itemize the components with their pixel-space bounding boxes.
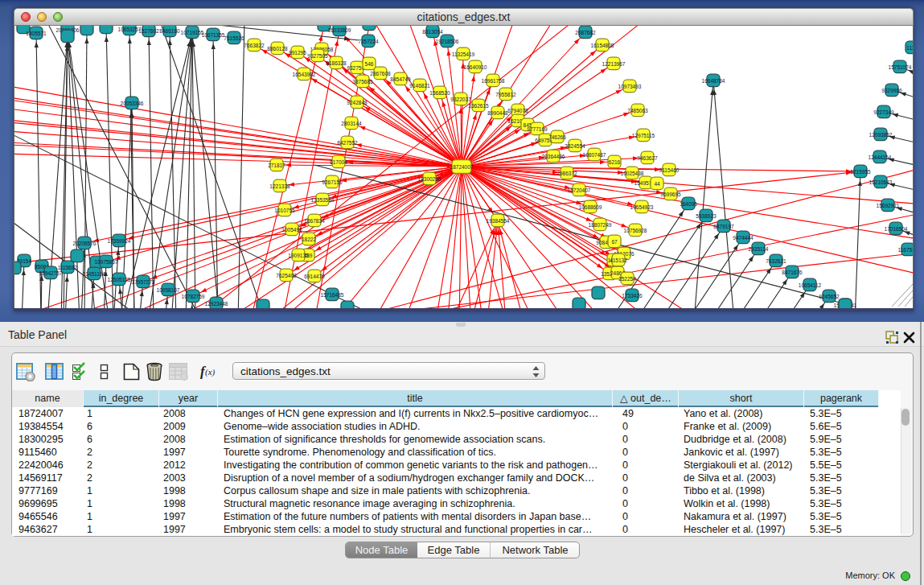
svg-text:9463627: 9463627 [637, 155, 658, 161]
svg-text:16961758: 16961758 [482, 78, 505, 84]
svg-text:15751074: 15751074 [889, 64, 912, 70]
svg-text:7625402: 7625402 [276, 273, 297, 278]
svg-text:1115682: 1115682 [58, 265, 78, 270]
svg-text:12093852: 12093852 [869, 132, 893, 138]
svg-text:8427552: 8427552 [337, 140, 358, 146]
svg-text:20053346: 20053346 [121, 101, 144, 106]
svg-text:415132: 415132 [610, 257, 627, 263]
svg-text:18724007: 18724007 [450, 164, 474, 170]
svg-text:18222: 18222 [302, 237, 316, 242]
svg-text:10025438: 10025438 [621, 171, 644, 176]
svg-text:12942757: 12942757 [39, 270, 63, 276]
svg-text:8471676: 8471676 [782, 270, 803, 275]
svg-text:2935114: 2935114 [749, 246, 769, 252]
svg-text:16154808: 16154808 [591, 43, 614, 48]
svg-text:1005498: 1005498 [281, 227, 302, 233]
svg-text:10807487: 10807487 [583, 152, 606, 158]
svg-text:12923448: 12923448 [205, 301, 228, 307]
svg-text:67: 67 [611, 239, 618, 245]
svg-text:9327505: 9327505 [307, 53, 328, 59]
svg-text:16640910: 16640910 [464, 64, 487, 70]
svg-text:17957273: 17957273 [132, 279, 155, 285]
svg-text:746266: 746266 [548, 134, 566, 140]
svg-text:1405571: 1405571 [26, 31, 47, 36]
svg-text:1221338: 1221338 [269, 183, 290, 189]
svg-text:12505135: 12505135 [108, 277, 131, 282]
svg-text:12213967: 12213967 [602, 61, 626, 67]
svg-text:2803144: 2803144 [341, 121, 362, 126]
svg-text:271817: 271817 [268, 163, 285, 168]
svg-text:7515526: 7515526 [224, 35, 244, 41]
svg-text:12975115: 12975115 [632, 133, 655, 138]
svg-text:10958107: 10958107 [157, 287, 180, 293]
svg-text:15692971: 15692971 [877, 203, 900, 208]
svg-text:6794078: 6794078 [507, 108, 528, 113]
svg-text:9777169: 9777169 [527, 126, 548, 132]
svg-text:3875685: 3875685 [352, 79, 373, 84]
svg-text:8454749: 8454749 [390, 76, 411, 82]
svg-text:19218506: 19218506 [436, 39, 459, 44]
svg-text:17359924: 17359924 [108, 238, 131, 244]
svg-text:8813054: 8813054 [422, 29, 443, 35]
svg-text:7955812: 7955812 [495, 92, 516, 97]
svg-text:7663822: 7663822 [244, 43, 265, 48]
svg-text:8860128: 8860128 [267, 46, 288, 51]
svg-text:3824554: 3824554 [565, 143, 585, 149]
svg-text:8186328: 8186328 [326, 60, 347, 66]
svg-text:16543982: 16543982 [293, 72, 316, 77]
svg-text:20206576: 20206576 [73, 241, 97, 246]
svg-text:1909135: 1909135 [288, 253, 309, 258]
svg-text:9115460: 9115460 [659, 167, 680, 173]
svg-text:891295: 891295 [289, 50, 306, 56]
svg-text:13353594: 13353594 [311, 197, 335, 203]
svg-text:1667834: 1667834 [304, 218, 325, 224]
svg-text:10654112: 10654112 [799, 282, 822, 288]
svg-text:7632621: 7632621 [766, 258, 786, 264]
svg-text:164095: 164095 [680, 201, 697, 207]
svg-text:6879197: 6879197 [713, 224, 734, 229]
svg-text:11325419: 11325419 [452, 51, 475, 57]
svg-text:2867608: 2867608 [370, 71, 391, 76]
svg-text:10688609: 10688609 [579, 204, 602, 210]
svg-text:8990448: 8990448 [487, 110, 508, 116]
svg-text:16033809: 16033809 [328, 27, 351, 33]
svg-text:18300295: 18300295 [418, 176, 441, 182]
svg-text:1527602: 1527602 [138, 28, 159, 34]
svg-text:1117: 1117 [906, 45, 914, 51]
svg-text:10719155: 10719155 [181, 30, 204, 35]
svg-text:2087682: 2087682 [575, 30, 596, 35]
svg-text:8466160: 8466160 [159, 28, 180, 34]
svg-text:6914479: 6914479 [304, 274, 325, 279]
svg-text:15720407: 15720407 [568, 187, 591, 193]
svg-text:8215955: 8215955 [850, 169, 871, 175]
svg-text:9267150: 9267150 [322, 179, 343, 185]
svg-text:20364486: 20364486 [542, 154, 565, 159]
svg-text:10756928: 10756928 [624, 228, 647, 233]
svg-text:5938923: 5938923 [696, 213, 717, 219]
svg-text:17016504: 17016504 [885, 226, 908, 232]
svg-text:9227349: 9227349 [873, 109, 894, 115]
svg-text:16782759: 16782759 [182, 294, 205, 299]
svg-text:44: 44 [654, 181, 660, 187]
svg-text:7485063: 7485063 [627, 108, 648, 113]
svg-text:9146821: 9146821 [409, 83, 430, 89]
svg-text:1010755: 1010755 [274, 208, 295, 213]
svg-text:1362615: 1362615 [468, 103, 489, 109]
svg-text:19384554: 19384554 [487, 218, 510, 224]
svg-text:617004: 617004 [330, 159, 347, 165]
svg-text:9329966: 9329966 [881, 88, 902, 93]
svg-text:15716485: 15716485 [321, 292, 344, 298]
svg-text:18807249: 18807249 [589, 222, 612, 228]
svg-text:252254: 252254 [618, 276, 636, 282]
svg-text:(x): (x) [205, 367, 216, 377]
svg-text:7986372: 7986372 [556, 171, 577, 176]
svg-text:9474444: 9474444 [733, 235, 754, 241]
svg-text:10671355: 10671355 [202, 32, 225, 38]
svg-text:1568520: 1568520 [429, 90, 450, 96]
svg-text:9245652: 9245652 [819, 294, 840, 299]
svg-text:7357224: 7357224 [358, 39, 379, 44]
svg-text:6216: 6216 [609, 159, 621, 165]
svg-text:16210643: 16210643 [869, 179, 893, 185]
svg-text:16648784: 16648784 [702, 78, 725, 84]
svg-text:9699695: 9699695 [660, 192, 681, 197]
